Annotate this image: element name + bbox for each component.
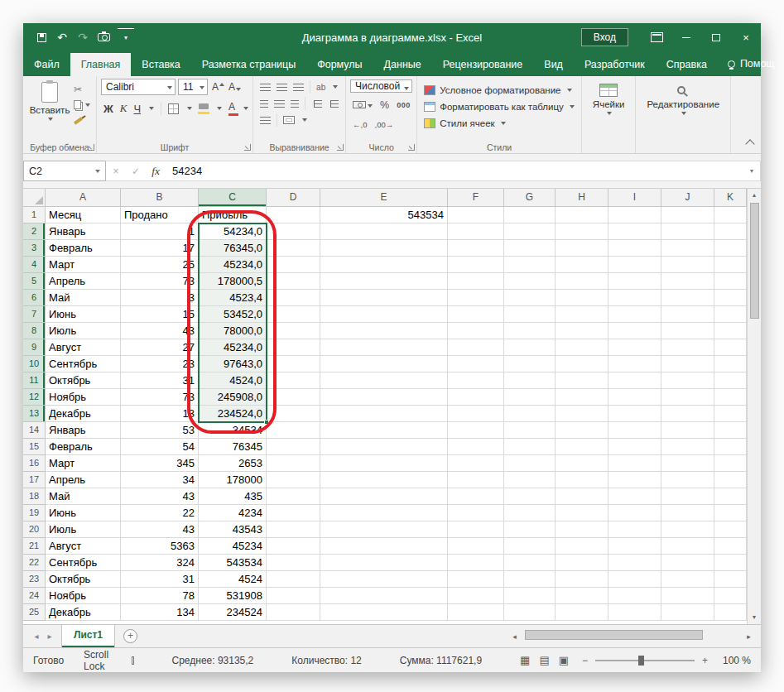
cell-K24[interactable] <box>714 588 747 604</box>
wrap-text-button[interactable] <box>260 117 271 124</box>
cell-H9[interactable] <box>556 339 608 356</box>
merge-center-button[interactable] <box>283 116 295 124</box>
row-header-7[interactable]: 7 <box>23 306 46 323</box>
ribbon-tab[interactable]: Вставка <box>131 53 190 76</box>
cell-G17[interactable] <box>504 472 556 488</box>
cell-F18[interactable] <box>448 488 504 505</box>
cell-J2[interactable] <box>661 223 714 240</box>
sign-in-button[interactable]: Вход <box>581 28 628 46</box>
cell-I8[interactable] <box>608 323 661 339</box>
row-header-24[interactable]: 24 <box>23 588 46 604</box>
cell-D16[interactable] <box>267 455 320 472</box>
cell-C7[interactable]: 53452,0 <box>199 306 267 323</box>
cell-E25[interactable] <box>320 604 448 621</box>
cell-F13[interactable] <box>448 406 504 422</box>
sheet-nav-right-button[interactable]: ▸ <box>43 632 56 641</box>
cell-J21[interactable] <box>661 538 714 555</box>
customize-qat-button[interactable]: ▾ <box>118 28 134 46</box>
cell-D20[interactable] <box>267 521 320 538</box>
cell-F24[interactable] <box>448 588 504 604</box>
cell-H19[interactable] <box>556 505 608 521</box>
expand-formula-bar-button[interactable]: ▾ <box>743 167 760 175</box>
row-header-4[interactable]: 4 <box>23 257 46 273</box>
cell-D13[interactable] <box>267 406 320 422</box>
cell-K15[interactable] <box>714 439 747 455</box>
paste-button[interactable]: Вставить <box>27 79 72 127</box>
cell-J15[interactable] <box>661 439 714 455</box>
cell-K21[interactable] <box>714 538 747 555</box>
cell-F12[interactable] <box>448 389 504 406</box>
cell-I15[interactable] <box>608 439 661 455</box>
horizontal-scrollbar-thumb[interactable] <box>525 630 703 640</box>
cell-H22[interactable] <box>556 555 608 571</box>
cell-H24[interactable] <box>556 588 608 604</box>
zoom-slider[interactable] <box>595 660 695 661</box>
cell-I6[interactable] <box>608 290 661 306</box>
cell-K16[interactable] <box>714 455 747 472</box>
cell-K14[interactable] <box>714 422 747 439</box>
maximize-button[interactable] <box>701 23 731 51</box>
cell-D6[interactable] <box>267 290 320 306</box>
save-button[interactable] <box>33 28 50 46</box>
cell-I16[interactable] <box>608 455 661 472</box>
cell-I19[interactable] <box>608 505 661 521</box>
cell-F21[interactable] <box>448 538 504 555</box>
cell-B18[interactable]: 43 <box>121 488 199 505</box>
cell-K2[interactable] <box>714 223 747 240</box>
cell-C16[interactable]: 2653 <box>199 455 267 472</box>
orientation-button[interactable]: ab <box>316 83 325 92</box>
cell-K17[interactable] <box>714 472 747 488</box>
hscroll-right-button[interactable]: ▸ <box>742 632 756 641</box>
cell-F2[interactable] <box>448 223 504 240</box>
cell-J7[interactable] <box>661 306 714 323</box>
cell-H11[interactable] <box>556 372 608 389</box>
align-bottom-button[interactable] <box>293 84 304 91</box>
ribbon-tab[interactable]: Рецензирование <box>432 53 534 76</box>
cell-C18[interactable]: 435 <box>199 488 267 505</box>
cell-H6[interactable] <box>556 290 608 306</box>
cell-H20[interactable] <box>556 521 608 538</box>
cell-I23[interactable] <box>608 571 661 588</box>
cell-A1[interactable]: Месяц <box>46 207 121 223</box>
cell-D2[interactable] <box>267 223 320 240</box>
cell-E6[interactable] <box>320 290 448 306</box>
row-header-18[interactable]: 18 <box>23 488 46 505</box>
vertical-scrollbar-thumb[interactable] <box>750 203 759 319</box>
cell-K13[interactable] <box>714 406 747 422</box>
horizontal-scrollbar[interactable]: ◂ ▸ <box>507 625 756 647</box>
cell-A6[interactable]: Май <box>46 290 121 306</box>
cell-D18[interactable] <box>267 488 320 505</box>
cell-H25[interactable] <box>556 604 608 621</box>
cell-F25[interactable] <box>448 604 504 621</box>
name-box[interactable]: C2 <box>23 161 106 181</box>
row-header-13[interactable]: 13 <box>23 406 46 422</box>
cell-D17[interactable] <box>267 472 320 488</box>
cell-B23[interactable]: 31 <box>121 571 199 588</box>
cell-G20[interactable] <box>504 521 556 538</box>
cut-button[interactable]: ✂ <box>74 83 90 95</box>
cell-D23[interactable] <box>267 571 320 588</box>
cell-H10[interactable] <box>556 356 608 372</box>
cell-B14[interactable]: 53 <box>121 422 199 439</box>
cell-C12[interactable]: 245908,0 <box>199 389 267 406</box>
comma-style-button[interactable]: 000 <box>397 101 411 109</box>
cell-K10[interactable] <box>714 356 747 372</box>
cell-I22[interactable] <box>608 555 661 571</box>
cell-H14[interactable] <box>556 422 608 439</box>
enter-button[interactable]: ✓ <box>126 166 146 177</box>
cell-B12[interactable]: 73 <box>121 389 199 406</box>
cell-F10[interactable] <box>448 356 504 372</box>
cell-D19[interactable] <box>267 505 320 521</box>
new-sheet-button[interactable]: + <box>123 629 137 643</box>
cell-G23[interactable] <box>504 571 556 588</box>
close-button[interactable]: × <box>731 23 761 51</box>
cell-H3[interactable] <box>556 240 608 257</box>
cell-F3[interactable] <box>448 240 504 257</box>
cell-D8[interactable] <box>267 323 320 339</box>
cell-E9[interactable] <box>320 339 448 356</box>
cell-B5[interactable]: 73 <box>121 273 199 290</box>
accounting-format-button[interactable] <box>353 99 373 111</box>
row-header-12[interactable]: 12 <box>23 389 46 406</box>
cell-G1[interactable] <box>504 207 556 223</box>
cell-A3[interactable]: Февраль <box>46 240 121 257</box>
